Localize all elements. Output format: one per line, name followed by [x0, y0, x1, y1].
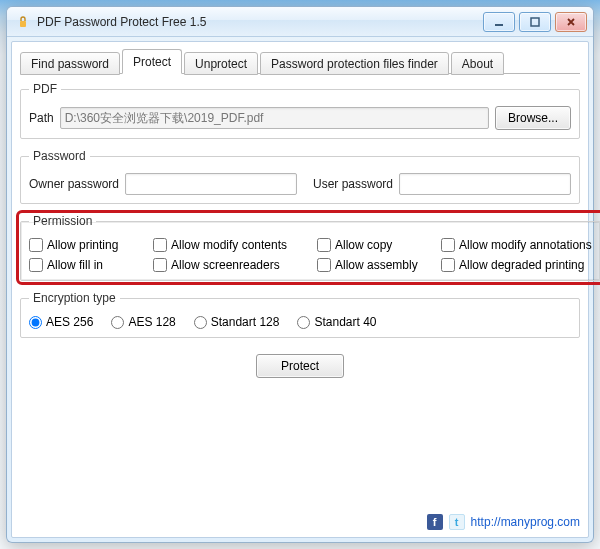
group-encryption: Encryption type AES 256 AES 128 Standart…	[20, 291, 580, 338]
user-password-label: User password	[313, 177, 393, 191]
checkbox-allow-degraded-printing[interactable]: Allow degraded printing	[441, 258, 592, 272]
group-password: Password Owner password User password	[20, 149, 580, 204]
footer-link[interactable]: http://manyprog.com	[471, 515, 580, 529]
tabstrip: Find password Protect Unprotect Password…	[20, 48, 580, 74]
tab-protect[interactable]: Protect	[122, 49, 182, 74]
app-window: PDF Password Protect Free 1.5 Find passw…	[6, 6, 594, 543]
client-area: Find password Protect Unprotect Password…	[11, 41, 589, 538]
checkbox-allow-printing[interactable]: Allow printing	[29, 238, 149, 252]
svg-rect-2	[531, 18, 539, 26]
maximize-button[interactable]	[519, 12, 551, 32]
group-pdf-legend: PDF	[29, 82, 61, 96]
window-title: PDF Password Protect Free 1.5	[37, 15, 206, 29]
close-button[interactable]	[555, 12, 587, 32]
user-password-input[interactable]	[399, 173, 571, 195]
tab-about[interactable]: About	[451, 52, 504, 75]
minimize-button[interactable]	[483, 12, 515, 32]
radio-standart128[interactable]: Standart 128	[194, 315, 280, 329]
group-pdf: PDF Path Browse...	[20, 82, 580, 139]
path-label: Path	[29, 111, 54, 125]
checkbox-allow-assembly[interactable]: Allow assembly	[317, 258, 437, 272]
browse-button[interactable]: Browse...	[495, 106, 571, 130]
path-input[interactable]	[60, 107, 489, 129]
tab-files-finder[interactable]: Password protection files finder	[260, 52, 449, 75]
facebook-icon[interactable]: f	[427, 514, 443, 530]
checkbox-allow-modify-contents[interactable]: Allow modify contents	[153, 238, 313, 252]
group-permission: Permission Allow printing Allow modify c…	[20, 214, 600, 281]
svg-rect-1	[495, 24, 503, 26]
tab-panel-protect: PDF Path Browse... Password Owner passwo…	[20, 74, 580, 533]
tab-unprotect[interactable]: Unprotect	[184, 52, 258, 75]
svg-rect-0	[20, 21, 26, 27]
group-password-legend: Password	[29, 149, 90, 163]
group-permission-legend: Permission	[29, 214, 96, 228]
titlebar: PDF Password Protect Free 1.5	[7, 7, 593, 37]
twitter-icon[interactable]: t	[449, 514, 465, 530]
checkbox-allow-copy[interactable]: Allow copy	[317, 238, 437, 252]
radio-aes128[interactable]: AES 128	[111, 315, 175, 329]
protect-button[interactable]: Protect	[256, 354, 344, 378]
owner-password-input[interactable]	[125, 173, 297, 195]
checkbox-allow-modify-annotations[interactable]: Allow modify annotations	[441, 238, 592, 252]
app-icon	[15, 14, 31, 30]
checkbox-allow-fill-in[interactable]: Allow fill in	[29, 258, 149, 272]
tab-find-password[interactable]: Find password	[20, 52, 120, 75]
radio-standart40[interactable]: Standart 40	[297, 315, 376, 329]
group-encryption-legend: Encryption type	[29, 291, 120, 305]
radio-aes256[interactable]: AES 256	[29, 315, 93, 329]
footer: f t http://manyprog.com	[16, 511, 584, 533]
owner-password-label: Owner password	[29, 177, 119, 191]
checkbox-allow-screenreaders[interactable]: Allow screenreaders	[153, 258, 313, 272]
